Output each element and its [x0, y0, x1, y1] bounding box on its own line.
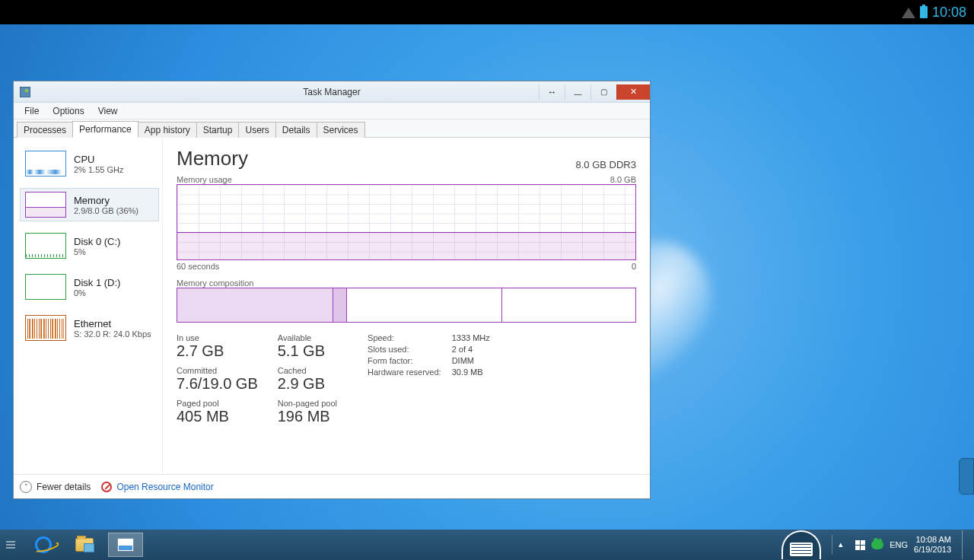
- show-desktop-button[interactable]: [962, 530, 968, 559]
- restore-window-button[interactable]: [539, 84, 565, 100]
- taskbar-separator: [832, 535, 832, 555]
- ethernet-thumb-icon: [25, 315, 66, 341]
- wifi-icon: [902, 6, 915, 18]
- taskbar-clock[interactable]: 10:08 AM 6/19/2013: [914, 535, 951, 554]
- sidebar-item-memory[interactable]: Memory 2.9/8.0 GB (36%): [20, 188, 159, 221]
- sidebar-item-ethernet[interactable]: Ethernet S: 32.0 R: 24.0 Kbps: [20, 311, 159, 345]
- tab-app-history[interactable]: App history: [138, 122, 197, 138]
- file-explorer-icon: [75, 538, 94, 552]
- language-indicator[interactable]: ENG: [890, 540, 908, 549]
- sidebar-item-disk1[interactable]: Disk 1 (D:) 0%: [20, 270, 159, 304]
- spec-form-k: Form factor:: [368, 356, 441, 365]
- sidebar-cpu-sub: 2% 1.55 GHz: [74, 165, 123, 174]
- tray-chevron-up-icon[interactable]: ▴: [839, 539, 849, 550]
- menu-view[interactable]: View: [92, 104, 124, 118]
- network-status-icon[interactable]: [871, 540, 883, 549]
- stat-inuse-value: 2.7 GB: [177, 342, 258, 360]
- menu-options[interactable]: Options: [46, 104, 90, 118]
- stat-cached-value: 2.9 GB: [278, 375, 337, 393]
- performance-detail-pane: Memory 8.0 GB DDR3 Memory usage 8.0 GB 6…: [163, 138, 650, 474]
- sidebar-cpu-label: CPU: [74, 154, 123, 165]
- keyboard-icon: [790, 542, 813, 556]
- stat-available-value: 5.1 GB: [278, 342, 337, 360]
- usage-chart-max: 8.0 GB: [610, 175, 636, 184]
- taskbar-ie-button[interactable]: [26, 533, 61, 557]
- window-footer: ˄ Fewer details Open Resource Monitor: [14, 474, 650, 498]
- chart-x-right: 0: [632, 262, 636, 271]
- resource-monitor-icon: [101, 482, 112, 492]
- internet-explorer-icon: [35, 536, 52, 553]
- tab-details[interactable]: Details: [275, 122, 317, 138]
- window-titlebar[interactable]: Task Manager: [14, 81, 650, 103]
- ram-spec: 8.0 GB DDR3: [576, 159, 636, 170]
- battery-icon: [920, 6, 928, 18]
- task-manager-app-icon: [20, 87, 30, 97]
- action-center-flag-icon[interactable]: [855, 540, 865, 550]
- minimize-button[interactable]: [565, 84, 590, 100]
- composition-chart-label: Memory composition: [177, 278, 253, 288]
- tab-users[interactable]: Users: [238, 122, 275, 138]
- open-resource-monitor-label: Open Resource Monitor: [116, 482, 213, 492]
- open-resource-monitor-link[interactable]: Open Resource Monitor: [101, 482, 213, 492]
- spec-hwres-k: Hardware reserved:: [368, 368, 441, 377]
- desktop-wallpaper[interactable]: Task Manager File Options View Processes…: [0, 24, 974, 530]
- sidebar-eth-label: Ethernet: [74, 318, 151, 329]
- sidebar-disk0-label: Disk 0 (C:): [74, 236, 120, 247]
- stat-committed-label: Committed: [177, 366, 258, 375]
- tab-startup[interactable]: Startup: [196, 122, 240, 138]
- spec-slots-v: 2 of 4: [452, 345, 490, 354]
- on-screen-keyboard-button[interactable]: [781, 530, 821, 559]
- sidebar-disk0-sub: 5%: [74, 247, 120, 256]
- tab-processes[interactable]: Processes: [17, 122, 73, 138]
- memory-thumb-icon: [25, 192, 66, 218]
- sidebar-item-disk0[interactable]: Disk 0 (C:) 5%: [20, 229, 159, 262]
- windows-taskbar[interactable]: ▴ ENG 10:08 AM 6/19/2013: [0, 530, 974, 560]
- task-manager-window: Task Manager File Options View Processes…: [13, 81, 651, 499]
- spec-hwres-v: 30.9 MB: [452, 368, 490, 377]
- stat-paged-value: 405 MB: [177, 408, 258, 425]
- spec-slots-k: Slots used:: [368, 345, 441, 354]
- android-status-bar: 10:08: [0, 0, 974, 24]
- taskbar-date: 6/19/2013: [914, 545, 951, 555]
- page-title: Memory: [177, 147, 248, 170]
- sidebar-disk1-sub: 0%: [74, 288, 120, 298]
- stat-paged-label: Paged pool: [177, 399, 258, 408]
- menu-file[interactable]: File: [18, 104, 45, 118]
- chart-x-left: 60 seconds: [177, 262, 219, 271]
- sidebar-memory-label: Memory: [74, 195, 138, 206]
- memory-composition-chart[interactable]: [177, 288, 636, 323]
- close-button[interactable]: [616, 84, 650, 100]
- tab-performance[interactable]: Performance: [72, 121, 138, 138]
- chevron-up-icon: ˄: [20, 481, 32, 493]
- stat-cached-label: Cached: [278, 366, 337, 375]
- fewer-details-label: Fewer details: [37, 482, 91, 492]
- task-manager-taskbar-icon: [117, 538, 134, 552]
- maximize-button[interactable]: [590, 84, 616, 100]
- stat-nonpaged-value: 196 MB: [278, 408, 337, 425]
- fewer-details-button[interactable]: ˄ Fewer details: [20, 481, 91, 493]
- memory-usage-chart[interactable]: [177, 184, 636, 260]
- taskbar-file-explorer-button[interactable]: [67, 533, 102, 557]
- teamviewer-side-tab[interactable]: [959, 458, 974, 495]
- stat-nonpaged-label: Non-paged pool: [278, 399, 337, 408]
- tab-services[interactable]: Services: [317, 122, 365, 138]
- performance-sidebar: CPU 2% 1.55 GHz Memory 2.9/8.0 GB (36%) …: [14, 138, 163, 474]
- menu-bar: File Options View: [14, 103, 650, 119]
- usage-chart-label: Memory usage: [177, 175, 232, 184]
- disk1-thumb-icon: [25, 274, 66, 300]
- spec-speed-v: 1333 MHz: [452, 333, 490, 342]
- android-clock: 10:08: [932, 5, 966, 21]
- spec-speed-k: Speed:: [368, 333, 441, 342]
- taskbar-time: 10:08 AM: [914, 535, 951, 545]
- spec-form-v: DIMM: [452, 356, 490, 365]
- start-edge-hint[interactable]: [6, 541, 15, 549]
- taskbar-task-manager-button[interactable]: [108, 533, 143, 557]
- stat-inuse-label: In use: [177, 333, 258, 342]
- cpu-thumb-icon: [25, 151, 66, 177]
- tab-strip: Processes Performance App history Startu…: [14, 119, 650, 138]
- sidebar-eth-sub: S: 32.0 R: 24.0 Kbps: [74, 329, 151, 339]
- stat-available-label: Available: [278, 333, 337, 342]
- sidebar-item-cpu[interactable]: CPU 2% 1.55 GHz: [20, 147, 159, 180]
- stat-committed-value: 7.6/19.0 GB: [177, 375, 258, 393]
- disk0-thumb-icon: [25, 233, 66, 259]
